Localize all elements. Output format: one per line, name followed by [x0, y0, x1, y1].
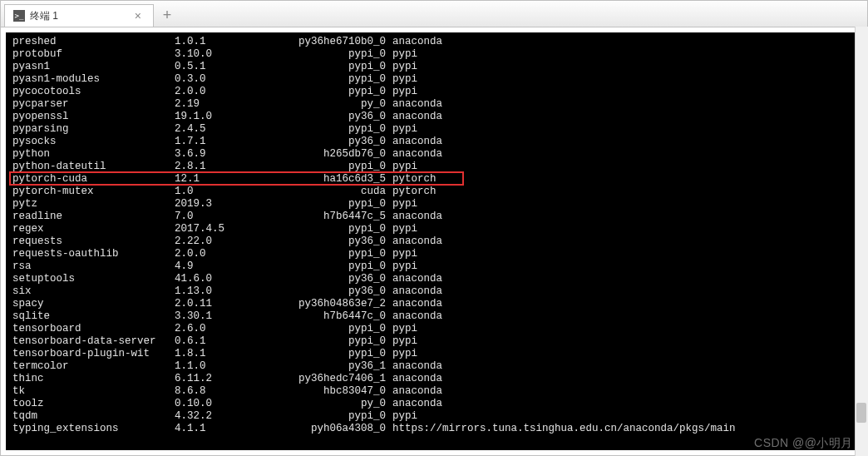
- table-row: pyasn1-modules0.3.0pypi_0pypi: [12, 73, 856, 86]
- pkg-channel: pypi: [391, 123, 856, 136]
- pkg-name: pysocks: [12, 136, 175, 148]
- pkg-build: pypi_0: [283, 335, 391, 348]
- pkg-name: python-dateutil: [12, 161, 175, 173]
- table-row: readline7.0h7b6447c_5anaconda: [12, 211, 856, 223]
- pkg-version: 4.32.2: [175, 410, 283, 423]
- pkg-channel: anaconda: [391, 285, 856, 298]
- terminal-icon: >_: [13, 10, 25, 22]
- pkg-channel: pypi: [391, 335, 856, 348]
- pkg-version: 19.1.0: [175, 111, 283, 123]
- pkg-build: cuda: [283, 186, 391, 198]
- pkg-build: py36_0: [283, 111, 391, 123]
- pkg-version: 3.30.1: [175, 310, 283, 323]
- table-row: tensorboard2.6.0pypi_0pypi: [12, 323, 856, 335]
- pkg-name: tqdm: [12, 410, 175, 423]
- pkg-name: pyparsing: [12, 123, 175, 136]
- table-row: rsa4.9pypi_0pypi: [12, 260, 856, 273]
- pkg-name: tensorboard-plugin-wit: [12, 348, 175, 360]
- pkg-name: pyasn1-modules: [12, 73, 175, 86]
- pkg-channel: pypi: [391, 223, 856, 235]
- pkg-version: 6.11.2: [175, 373, 283, 385]
- table-row: sqlite3.30.1h7b6447c_0anaconda: [12, 310, 856, 323]
- pkg-build: pyh06a4308_0: [283, 423, 391, 435]
- pkg-name: pytorch-mutex: [12, 186, 175, 198]
- pkg-build: pypi_0: [283, 48, 391, 61]
- pkg-channel: pypi: [391, 323, 856, 335]
- pkg-version: 1.1.0: [175, 360, 283, 373]
- pkg-version: 12.1: [175, 173, 283, 186]
- pkg-name: spacy: [12, 298, 175, 310]
- pkg-version: 2.19: [175, 98, 283, 111]
- pkg-name: setuptools: [12, 273, 175, 285]
- pkg-name: termcolor: [12, 360, 175, 373]
- pkg-name: pyopenssl: [12, 111, 175, 123]
- pkg-channel: pypi: [391, 260, 856, 273]
- pkg-name: tk: [12, 385, 175, 398]
- pkg-build: pypi_0: [283, 323, 391, 335]
- pkg-version: 41.6.0: [175, 273, 283, 285]
- pkg-build: h7b6447c_5: [283, 211, 391, 223]
- pkg-version: 2.0.0: [175, 248, 283, 260]
- table-row: pysocks1.7.1py36_0anaconda: [12, 136, 856, 148]
- pkg-build: py36hedc7406_1: [283, 373, 391, 385]
- pkg-version: 2.22.0: [175, 235, 283, 248]
- pkg-channel: anaconda: [391, 273, 856, 285]
- pkg-version: 1.0: [175, 186, 283, 198]
- new-tab-button[interactable]: +: [155, 4, 179, 27]
- pkg-channel: pypi: [391, 48, 856, 61]
- tab-bar: >_ 终端 1 × +: [1, 1, 867, 27]
- pkg-channel: pypi: [391, 161, 856, 173]
- pkg-build: pypi_0: [283, 348, 391, 360]
- pkg-version: 2.4.5: [175, 123, 283, 136]
- pkg-version: 1.0.1: [175, 36, 283, 48]
- table-row: six1.13.0py36_0anaconda: [12, 285, 856, 298]
- pkg-name: regex: [12, 223, 175, 235]
- pkg-name: python: [12, 148, 175, 161]
- pkg-version: 2019.3: [175, 198, 283, 211]
- pkg-name: pytorch-cuda: [12, 173, 175, 186]
- pkg-channel: pytorch: [391, 173, 856, 186]
- pkg-channel: pypi: [391, 73, 856, 86]
- pkg-build: pypi_0: [283, 123, 391, 136]
- close-icon[interactable]: ×: [131, 9, 145, 22]
- pkg-name: pycparser: [12, 98, 175, 111]
- scroll-thumb[interactable]: [856, 403, 866, 423]
- pkg-build: py36h04863e7_2: [283, 298, 391, 310]
- table-row: python-dateutil2.8.1pypi_0pypi: [12, 161, 856, 173]
- pkg-version: 4.9: [175, 260, 283, 273]
- pkg-version: 0.6.1: [175, 335, 283, 348]
- pkg-name: tensorboard-data-server: [12, 335, 175, 348]
- pkg-build: pypi_0: [283, 410, 391, 423]
- pkg-channel: pypi: [391, 198, 856, 211]
- pkg-channel: anaconda: [391, 98, 856, 111]
- table-row: pytorch-mutex1.0cudapytorch: [12, 186, 856, 198]
- pkg-build: py36_0: [283, 235, 391, 248]
- tab-terminal-1[interactable]: >_ 终端 1 ×: [4, 4, 154, 27]
- pkg-name: sqlite: [12, 310, 175, 323]
- pkg-name: thinc: [12, 373, 175, 385]
- pkg-version: 2.8.1: [175, 161, 283, 173]
- table-row: requests2.22.0py36_0anaconda: [12, 235, 856, 248]
- pkg-build: pypi_0: [283, 61, 391, 73]
- table-row: tensorboard-data-server0.6.1pypi_0pypi: [12, 335, 856, 348]
- pkg-version: 0.3.0: [175, 73, 283, 86]
- pkg-name: pytz: [12, 198, 175, 211]
- pkg-build: pypi_0: [283, 260, 391, 273]
- pkg-channel: anaconda: [391, 136, 856, 148]
- pkg-build: h7b6447c_0: [283, 310, 391, 323]
- pkg-build: hbc83047_0: [283, 385, 391, 398]
- pkg-channel: anaconda: [391, 373, 856, 385]
- table-row: thinc6.11.2py36hedc7406_1anaconda: [12, 373, 856, 385]
- pkg-name: toolz: [12, 398, 175, 410]
- pkg-build: pypi_0: [283, 198, 391, 211]
- pkg-channel: anaconda: [391, 36, 856, 48]
- pkg-version: 2.0.0: [175, 86, 283, 98]
- pkg-name: pyasn1: [12, 61, 175, 73]
- vertical-scrollbar[interactable]: [855, 27, 868, 456]
- pkg-name: tensorboard: [12, 323, 175, 335]
- pkg-version: 8.6.8: [175, 385, 283, 398]
- pkg-channel: pypi: [391, 61, 856, 73]
- pkg-version: 7.0: [175, 211, 283, 223]
- terminal-output[interactable]: preshed1.0.1py36he6710b0_0anacondaprotob…: [6, 32, 862, 450]
- table-row: typing_extensions4.1.1pyh06a4308_0https:…: [12, 423, 856, 435]
